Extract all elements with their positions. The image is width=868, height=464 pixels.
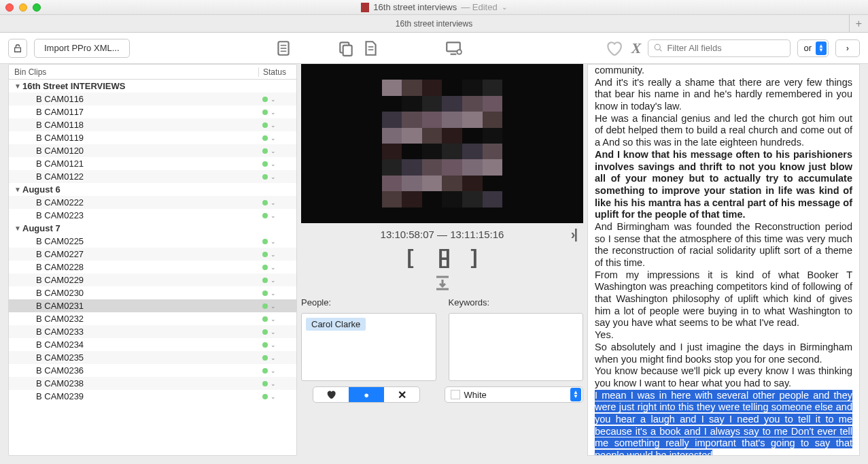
clip-row[interactable]: B CAM0227⌄ xyxy=(9,248,296,261)
chevron-down-icon[interactable]: ⌄ xyxy=(271,303,276,310)
bin-list[interactable]: ▼16th Street INTERVIEWSB CAM0116⌄B CAM01… xyxy=(9,80,296,455)
transcript-line[interactable]: I mean I was in here with several other … xyxy=(588,390,859,456)
chevron-down-icon[interactable]: ⌄ xyxy=(271,277,276,284)
clip-row[interactable]: B CAM0231⌄ xyxy=(9,299,296,312)
close-window-button[interactable] xyxy=(5,3,14,12)
clip-row[interactable]: B CAM0233⌄ xyxy=(9,325,296,338)
copy-icon[interactable] xyxy=(335,37,357,59)
chevron-down-icon[interactable]: ⌄ xyxy=(271,122,276,129)
clip-row[interactable]: B CAM0228⌄ xyxy=(9,261,296,274)
people-field[interactable]: Carol Clarke xyxy=(301,313,436,381)
chevron-down-icon[interactable]: ⌄ xyxy=(271,109,276,116)
clip-row[interactable]: B CAM0230⌄ xyxy=(9,286,296,299)
zoom-window-button[interactable] xyxy=(33,3,41,12)
transcript-line[interactable]: And Birmingham was founded the Reconstru… xyxy=(588,221,859,269)
bin-group[interactable]: ▼August 7 xyxy=(9,222,296,235)
clip-row[interactable]: B CAM0239⌄ xyxy=(9,390,296,403)
clip-row[interactable]: B CAM0119⌄ xyxy=(9,131,296,144)
mark-out-button[interactable]: ] xyxy=(470,246,477,269)
chevron-down-icon[interactable]: ⌄ xyxy=(271,380,276,387)
lock-button[interactable] xyxy=(8,39,27,58)
clipboard-icon[interactable] xyxy=(273,37,294,59)
heart-toggle[interactable] xyxy=(313,387,349,402)
clip-row[interactable]: B CAM0229⌄ xyxy=(9,274,296,286)
chevron-down-icon[interactable]: ⌄ xyxy=(271,173,276,180)
transcript-line[interactable]: You know because we'll pick up every kno… xyxy=(588,365,859,389)
clip-row[interactable]: B CAM0222⌄ xyxy=(9,196,296,209)
monitor-icon[interactable] xyxy=(442,37,464,59)
chevron-down-icon[interactable]: ⌄ xyxy=(271,212,276,219)
chevron-down-icon[interactable]: ⌄ xyxy=(271,238,276,245)
chevron-down-icon[interactable]: ⌄ xyxy=(271,316,276,322)
keywords-field[interactable] xyxy=(449,313,584,381)
clip-row[interactable]: B CAM0235⌄ xyxy=(9,351,296,364)
clip-row[interactable]: B CAM0120⌄ xyxy=(9,144,296,157)
clip-row[interactable]: B CAM0121⌄ xyxy=(9,157,296,170)
bin-group[interactable]: ▼August 6 xyxy=(9,183,296,196)
minimize-window-button[interactable] xyxy=(19,3,27,12)
import-button[interactable]: Import PPro XML... xyxy=(34,39,130,58)
clip-row[interactable]: B CAM0116⌄ xyxy=(9,93,296,105)
chevron-down-icon[interactable]: ⌄ xyxy=(271,367,276,374)
chevron-down-icon[interactable]: ⌄ xyxy=(271,329,276,335)
chevron-down-icon[interactable]: ⌄ xyxy=(271,148,276,154)
clip-row[interactable]: B CAM0234⌄ xyxy=(9,338,296,351)
transcript-line[interactable]: So absolutely and I just imagine the day… xyxy=(588,342,859,365)
transcript-line[interactable]: community. xyxy=(588,65,859,77)
bin-group[interactable]: ▼16th Street INTERVIEWS xyxy=(9,80,296,93)
next-button[interactable]: › xyxy=(835,39,860,57)
clip-row[interactable]: B CAM0236⌄ xyxy=(9,364,296,377)
filter-mode-select[interactable]: or ▲▼ xyxy=(797,39,829,57)
neutral-toggle[interactable]: ● xyxy=(349,387,384,402)
status-dot xyxy=(262,342,268,348)
document-icon-tool[interactable] xyxy=(360,37,381,59)
transcript-line[interactable]: Yes. xyxy=(588,329,859,342)
chevron-down-icon[interactable]: ⌄ xyxy=(271,393,276,400)
clip-row[interactable]: B CAM0223⌄ xyxy=(9,209,296,222)
clip-row[interactable]: B CAM0122⌄ xyxy=(9,170,296,183)
transcript-panel[interactable]: community. And it's it's really a shame … xyxy=(587,64,860,456)
transcript-line[interactable]: And it's it's really a shame that there … xyxy=(588,77,859,113)
chevron-down-icon[interactable]: ⌄ xyxy=(271,96,276,103)
chevron-down-icon[interactable]: ⌄ xyxy=(271,135,276,142)
chevron-down-icon[interactable]: ⌄ xyxy=(271,342,276,348)
rating-toggle[interactable]: ● ✕ xyxy=(313,386,420,403)
mark-in-button[interactable]: [ xyxy=(407,246,414,269)
transcript-line[interactable]: And I know that his message often to his… xyxy=(588,149,859,221)
chevron-down-icon[interactable]: ⌄ xyxy=(271,199,276,206)
clip-row[interactable]: B CAM0117⌄ xyxy=(9,105,296,118)
transcript-line[interactable]: He was a financial genius and led the ch… xyxy=(588,113,859,149)
reject-icon[interactable]: X xyxy=(631,39,642,57)
clip-row[interactable]: B CAM0238⌄ xyxy=(9,377,296,390)
chevron-down-icon[interactable]: ⌄ xyxy=(271,161,276,167)
skip-forward-icon[interactable]: ›| xyxy=(571,227,576,242)
chevron-down-icon[interactable]: ⌄ xyxy=(271,251,276,258)
transcript-line[interactable]: From my impressions it is kind of what B… xyxy=(588,269,859,329)
status-dot xyxy=(262,252,268,257)
color-swatch xyxy=(451,390,460,399)
insert-icon[interactable] xyxy=(301,274,583,292)
chevron-down-icon[interactable]: ⌄ xyxy=(271,290,276,297)
clip-row[interactable]: B CAM0118⌄ xyxy=(9,118,296,131)
tab-title[interactable]: 16th street interviews xyxy=(0,19,868,29)
clip-row[interactable]: B CAM0232⌄ xyxy=(9,312,296,325)
status-dot xyxy=(262,303,268,309)
mark-clip-button[interactable]: [-] xyxy=(438,246,447,269)
lock-open-icon xyxy=(13,44,22,53)
reject-toggle[interactable]: ✕ xyxy=(384,387,419,402)
person-tag[interactable]: Carol Clarke xyxy=(306,318,366,331)
search-field[interactable] xyxy=(648,39,791,57)
chevron-down-icon[interactable]: ⌄ xyxy=(271,354,276,361)
column-clips[interactable]: Bin Clips xyxy=(9,67,258,77)
window-title: 16th street interviews xyxy=(373,2,457,12)
chevron-down-icon[interactable]: ⌄ xyxy=(271,264,276,271)
video-viewer[interactable] xyxy=(301,64,583,223)
search-input[interactable] xyxy=(667,43,784,53)
color-label-select[interactable]: White ▲▼ xyxy=(445,386,584,403)
disclosure-triangle-icon: ▼ xyxy=(14,225,21,232)
clip-row[interactable]: B CAM0225⌄ xyxy=(9,235,296,248)
favorite-icon[interactable] xyxy=(603,37,625,59)
title-dropdown-icon[interactable]: ⌄ xyxy=(502,3,507,11)
status-dot xyxy=(262,148,268,154)
column-status[interactable]: Status xyxy=(258,67,296,77)
